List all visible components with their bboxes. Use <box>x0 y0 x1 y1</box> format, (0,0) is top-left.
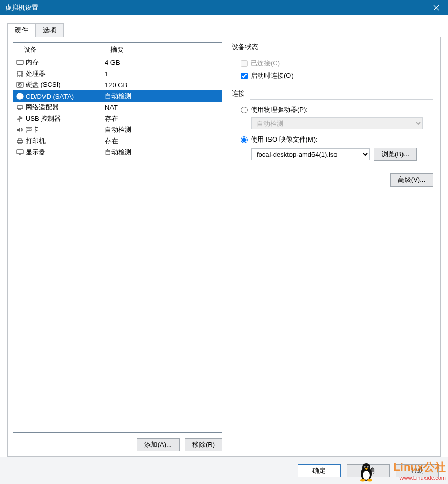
device-row[interactable]: 网络适配器NAT <box>13 102 222 113</box>
device-name: 声卡 <box>26 125 105 134</box>
device-summary: 4 GB <box>105 59 222 66</box>
device-summary: 自动检测 <box>105 148 222 157</box>
add-button[interactable]: 添加(A)... <box>137 438 180 451</box>
col-device: 设备 <box>17 45 110 54</box>
advanced-button[interactable]: 高级(V)... <box>390 173 433 187</box>
col-summary: 摘要 <box>110 45 222 54</box>
dialog-footer: 确定 取消 帮助 <box>0 457 448 484</box>
tab-options[interactable]: 选项 <box>35 23 64 37</box>
device-row[interactable]: USB 控制器存在 <box>13 113 222 124</box>
display-icon <box>13 149 26 156</box>
checkbox-connected: 已连接(C) <box>241 57 433 70</box>
device-name: 内存 <box>26 58 105 67</box>
device-row[interactable]: 处理器1 <box>13 68 222 79</box>
group-device-status: 设备状态 <box>232 42 433 52</box>
ok-button[interactable]: 确定 <box>298 464 341 477</box>
close-button[interactable] <box>424 0 448 15</box>
physical-drive-select: 自动检测 <box>251 117 423 129</box>
device-name: 显示器 <box>26 148 105 157</box>
cpu-icon <box>13 70 26 77</box>
device-name: 打印机 <box>26 136 105 146</box>
tab-hardware[interactable]: 硬件 <box>7 23 36 37</box>
usb-icon <box>13 115 26 122</box>
device-list[interactable]: 设备 摘要 内存4 GB处理器1硬盘 (SCSI)120 GBCD/DVD (S… <box>13 42 222 433</box>
device-row[interactable]: 内存4 GB <box>13 57 222 68</box>
device-row[interactable]: CD/DVD (SATA)自动检测 <box>13 90 222 102</box>
iso-file-select[interactable]: focal-desktop-amd64(1).iso <box>251 148 370 160</box>
network-icon <box>13 104 26 111</box>
close-icon <box>433 5 439 11</box>
disc-icon <box>13 93 26 100</box>
checkbox-connect-at-poweron[interactable]: 启动时连接(O) <box>241 70 433 82</box>
device-summary: 自动检测 <box>105 125 222 134</box>
sound-icon <box>13 126 26 133</box>
window-title: 虚拟机设置 <box>5 3 424 12</box>
group-connection: 连接 <box>232 89 433 98</box>
titlebar: 虚拟机设置 <box>0 0 448 15</box>
device-name: 网络适配器 <box>26 103 105 112</box>
checkbox-connected-input <box>241 60 248 67</box>
device-list-header: 设备 摘要 <box>13 43 222 57</box>
cancel-button[interactable]: 取消 <box>347 464 390 477</box>
device-name: 处理器 <box>26 69 105 78</box>
device-name: CD/DVD (SATA) <box>26 93 105 100</box>
device-row[interactable]: 显示器自动检测 <box>13 147 222 158</box>
checkbox-connect-at-poweron-input[interactable] <box>241 73 248 79</box>
device-row[interactable]: 硬盘 (SCSI)120 GB <box>13 79 222 90</box>
hdd-icon <box>13 81 26 88</box>
device-summary: 存在 <box>105 136 222 146</box>
device-row[interactable]: 声卡自动检测 <box>13 124 222 135</box>
device-summary: 存在 <box>105 114 222 123</box>
device-summary: NAT <box>105 104 222 111</box>
device-row[interactable]: 打印机存在 <box>13 135 222 147</box>
radio-use-physical[interactable]: 使用物理驱动器(P): <box>241 104 433 116</box>
device-summary: 120 GB <box>105 81 222 89</box>
help-button[interactable]: 帮助 <box>396 464 439 477</box>
memory-icon <box>13 59 26 66</box>
printer-icon <box>13 137 26 145</box>
radio-use-iso[interactable]: 使用 ISO 映像文件(M): <box>241 133 433 146</box>
tab-panel: 设备 摘要 内存4 GB处理器1硬盘 (SCSI)120 GBCD/DVD (S… <box>7 37 441 457</box>
radio-use-physical-input[interactable] <box>241 107 248 113</box>
remove-button[interactable]: 移除(R) <box>185 438 222 451</box>
device-name: USB 控制器 <box>26 114 105 123</box>
radio-use-iso-input[interactable] <box>241 136 248 143</box>
device-summary: 自动检测 <box>105 91 222 101</box>
tab-bar: 硬件 选项 <box>7 22 441 37</box>
browse-button[interactable]: 浏览(B)... <box>374 148 417 161</box>
device-name: 硬盘 (SCSI) <box>26 80 105 89</box>
device-summary: 1 <box>105 70 222 78</box>
